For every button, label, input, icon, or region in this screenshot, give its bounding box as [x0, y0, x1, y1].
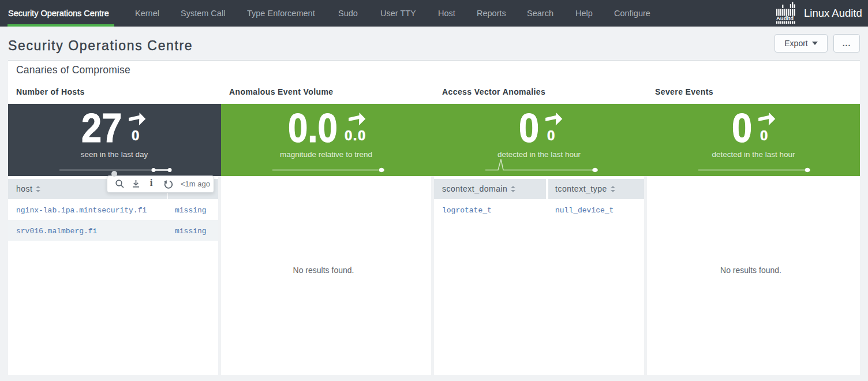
svg-text:Auditd: Auditd — [776, 15, 794, 21]
